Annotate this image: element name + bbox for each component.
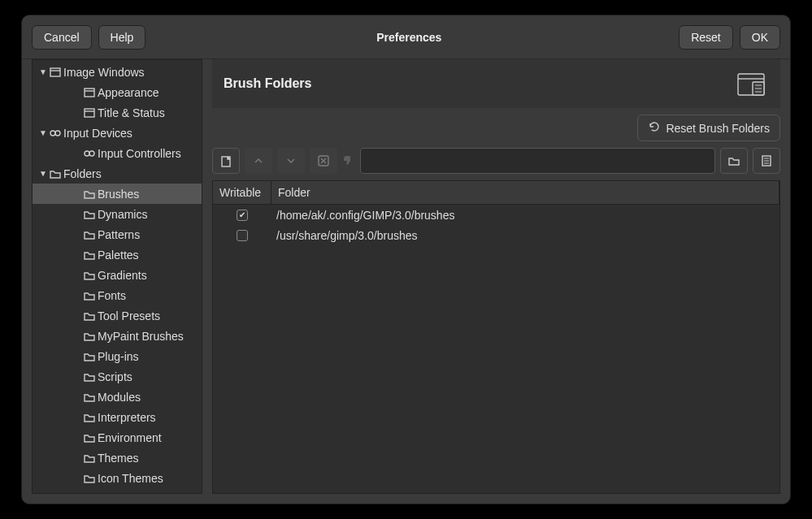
tree-item-modules[interactable]: Modules bbox=[33, 387, 202, 407]
expand-arrow-icon[interactable]: ▼ bbox=[37, 169, 49, 178]
browse-button[interactable] bbox=[720, 148, 748, 174]
reset-brush-folders-button[interactable]: Reset Brush Folders bbox=[637, 115, 780, 141]
tree-item-palettes[interactable]: Palettes bbox=[33, 244, 202, 265]
tree-item-interpreters[interactable]: Interpreters bbox=[33, 407, 202, 427]
new-folder-button[interactable] bbox=[212, 148, 240, 174]
column-writable[interactable]: Writable bbox=[213, 181, 271, 204]
svg-point-4 bbox=[55, 131, 60, 136]
tree-item-label: Palettes bbox=[98, 249, 139, 262]
thumbs-down-icon bbox=[342, 154, 355, 169]
preferences-window: Cancel Help Preferences Reset OK ▼Image … bbox=[21, 15, 791, 504]
folder-icon bbox=[83, 473, 96, 484]
table-row[interactable]: /home/ak/.config/GIMP/3.0/brushes bbox=[213, 205, 779, 225]
folder-icon bbox=[83, 412, 96, 423]
move-down-button[interactable] bbox=[277, 148, 305, 174]
svg-point-6 bbox=[89, 151, 94, 156]
tree-item-gradients[interactable]: Gradients bbox=[33, 265, 202, 285]
dialog-body: ▼Image WindowsAppearanceTitle & Status▼I… bbox=[22, 59, 790, 504]
main-panel: Brush Folders Reset Brush Folders bbox=[212, 59, 780, 494]
table-header: Writable Folder bbox=[213, 181, 779, 205]
folder-icon bbox=[83, 290, 96, 301]
tree-item-label: Icon Themes bbox=[98, 472, 163, 485]
svg-rect-1 bbox=[85, 89, 94, 97]
reset-icon bbox=[648, 120, 661, 136]
tree-item-tool-presets[interactable]: Tool Presets bbox=[33, 305, 202, 326]
ok-button[interactable]: OK bbox=[740, 25, 780, 50]
folder-icon bbox=[83, 371, 96, 383]
delete-button[interactable] bbox=[310, 148, 337, 174]
tree-item-image-windows[interactable]: ▼Image Windows bbox=[33, 62, 202, 82]
folder-icon bbox=[83, 452, 96, 464]
window-icon bbox=[83, 107, 96, 119]
tree-item-appearance[interactable]: Appearance bbox=[33, 82, 202, 102]
tree-item-fonts[interactable]: Fonts bbox=[33, 285, 202, 305]
folder-icon bbox=[83, 270, 96, 281]
folder-icon bbox=[83, 209, 96, 220]
tree-item-title-status[interactable]: Title & Status bbox=[33, 102, 202, 123]
tree-item-label: Tool Presets bbox=[98, 309, 160, 322]
tree-item-label: Input Devices bbox=[63, 127, 132, 140]
table-body[interactable]: /home/ak/.config/GIMP/3.0/brushes/usr/sh… bbox=[213, 205, 779, 493]
writable-cell bbox=[213, 210, 271, 221]
tree-item-label: Folders bbox=[63, 167, 102, 180]
reset-button[interactable]: Reset bbox=[679, 25, 733, 50]
svg-point-5 bbox=[85, 151, 89, 156]
folder-path-input[interactable] bbox=[360, 148, 715, 174]
column-folder[interactable]: Folder bbox=[271, 181, 779, 204]
tree-item-brushes[interactable]: Brushes bbox=[33, 184, 202, 204]
writable-checkbox[interactable] bbox=[237, 210, 248, 221]
folder-icon bbox=[83, 249, 96, 261]
tree-item-label: Brushes bbox=[98, 188, 139, 201]
device-icon bbox=[49, 128, 62, 139]
tree-item-label: Input Controllers bbox=[98, 147, 181, 160]
folder-icon bbox=[83, 310, 96, 322]
svg-rect-2 bbox=[85, 109, 94, 117]
folder-icon bbox=[83, 391, 96, 403]
panel-header: Brush Folders bbox=[212, 59, 780, 108]
svg-point-3 bbox=[50, 131, 55, 136]
tree-item-label: Appearance bbox=[98, 86, 159, 99]
folder-toolbar bbox=[212, 148, 780, 174]
tree-item-input-controllers[interactable]: Input Controllers bbox=[33, 143, 202, 163]
folder-icon bbox=[83, 432, 96, 443]
tree-item-label: Gradients bbox=[98, 269, 147, 282]
writable-cell bbox=[213, 230, 271, 241]
tree-item-mypaint-brushes[interactable]: MyPaint Brushes bbox=[33, 326, 202, 346]
tree-item-label: Plug-ins bbox=[98, 350, 139, 363]
tree-item-label: Interpreters bbox=[98, 411, 156, 424]
window-icon bbox=[49, 67, 62, 78]
folder-icon bbox=[49, 168, 62, 179]
tree-item-folders[interactable]: ▼Folders bbox=[33, 163, 202, 184]
tree-item-scripts[interactable]: Scripts bbox=[33, 366, 202, 387]
cancel-button[interactable]: Cancel bbox=[32, 25, 92, 50]
folder-icon bbox=[83, 351, 96, 362]
brush-folders-icon bbox=[733, 66, 769, 102]
tree-item-plug-ins[interactable]: Plug-ins bbox=[33, 346, 202, 366]
tree-item-environment[interactable]: Environment bbox=[33, 427, 202, 448]
move-up-button[interactable] bbox=[245, 148, 272, 174]
tree-item-label: Dynamics bbox=[98, 208, 147, 221]
tree-item-dynamics[interactable]: Dynamics bbox=[33, 204, 202, 224]
expand-arrow-icon[interactable]: ▼ bbox=[37, 67, 49, 76]
tree-item-label: Image Windows bbox=[63, 66, 145, 79]
device-icon bbox=[83, 148, 96, 159]
help-button[interactable]: Help bbox=[98, 25, 146, 50]
tree-item-label: Title & Status bbox=[98, 106, 165, 119]
panel-title: Brush Folders bbox=[224, 76, 733, 91]
folder-path-cell: /home/ak/.config/GIMP/3.0/brushes bbox=[271, 209, 779, 222]
category-tree[interactable]: ▼Image WindowsAppearanceTitle & Status▼I… bbox=[32, 59, 202, 494]
tree-item-patterns[interactable]: Patterns bbox=[33, 224, 202, 244]
tree-item-label: Themes bbox=[98, 452, 139, 465]
tree-item-icon-themes[interactable]: Icon Themes bbox=[33, 468, 202, 488]
folders-table: Writable Folder /home/ak/.config/GIMP/3.… bbox=[212, 180, 780, 494]
tree-item-label: Environment bbox=[98, 431, 162, 444]
tree-item-themes[interactable]: Themes bbox=[33, 448, 202, 468]
table-row[interactable]: /usr/share/gimp/3.0/brushes bbox=[213, 225, 779, 245]
expand-arrow-icon[interactable]: ▼ bbox=[37, 128, 49, 137]
tree-item-label: Modules bbox=[98, 391, 141, 404]
file-manager-button[interactable] bbox=[753, 148, 780, 174]
writable-checkbox[interactable] bbox=[237, 230, 248, 241]
tree-item-input-devices[interactable]: ▼Input Devices bbox=[33, 123, 202, 143]
window-title: Preferences bbox=[145, 31, 672, 44]
folder-icon bbox=[83, 331, 96, 342]
